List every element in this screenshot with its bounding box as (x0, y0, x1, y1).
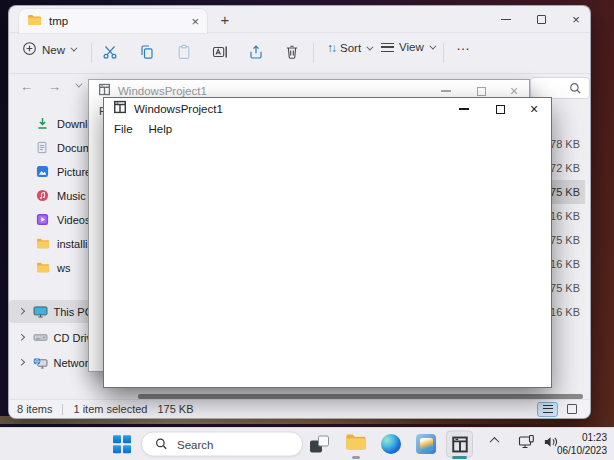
explorer-status-bar: 8 items 1 item selected 175 KB (9, 399, 590, 418)
active-app-indicator (452, 456, 467, 459)
maximize-button[interactable] (483, 98, 517, 120)
new-tab-button[interactable]: + (215, 11, 235, 28)
folder-icon (36, 237, 51, 251)
edge-button[interactable] (381, 434, 401, 454)
windowsproject1-taskbar-button[interactable] (446, 431, 473, 458)
folder-icon (36, 261, 51, 275)
copy-button[interactable] (139, 44, 156, 61)
file-explorer-button[interactable] (345, 433, 367, 455)
forward-button[interactable]: → (48, 79, 61, 94)
open-app-indicator (352, 456, 360, 459)
taskbar: Search 01:23 06/10/2023 (0, 427, 614, 460)
cd-drive-icon (33, 331, 48, 345)
desktop: tmp × + × New (0, 0, 614, 460)
windowsproject1-window-front[interactable]: WindowsProject1 × File Help (103, 97, 552, 388)
toolbar-separator (91, 43, 92, 63)
explorer-tab-tmp[interactable]: tmp × (19, 9, 207, 33)
videos-icon (36, 213, 51, 227)
details-view-toggle[interactable] (537, 402, 558, 417)
chevron-down-icon (70, 45, 77, 52)
explorer-maximize-button[interactable] (524, 6, 558, 32)
photos-button[interactable] (416, 434, 436, 454)
new-button-label: New (42, 44, 65, 56)
explorer-search-box[interactable] (530, 77, 590, 99)
windowsproject1-app-icon (451, 435, 469, 453)
sort-arrows-icon: ↑↓ (327, 41, 335, 55)
new-button[interactable]: New (22, 41, 75, 58)
horizontal-scrollbar[interactable] (138, 394, 583, 399)
back-button[interactable]: ← (20, 79, 33, 94)
folder-icon (345, 433, 367, 451)
details-view-icon (543, 405, 553, 413)
network-tray-button[interactable] (518, 434, 535, 454)
menu-help[interactable]: Help (149, 123, 173, 135)
new-plus-icon (22, 41, 37, 58)
pictures-icon (36, 165, 51, 179)
photos-icon (416, 434, 436, 454)
chevron-right-icon (18, 308, 24, 314)
task-view-icon (310, 436, 329, 453)
taskbar-search[interactable]: Search (141, 432, 303, 457)
chevron-right-icon (18, 359, 24, 365)
tab-close-icon[interactable]: × (191, 15, 199, 28)
chevron-down-icon (429, 42, 436, 49)
chevron-up-icon (490, 437, 500, 447)
delete-button[interactable] (284, 44, 301, 61)
chevron-down-icon (366, 43, 373, 50)
sort-button-label: Sort (340, 42, 361, 54)
search-icon (155, 438, 168, 451)
tab-title: tmp (49, 15, 184, 27)
recent-locations-chevron[interactable] (75, 81, 82, 88)
cut-button[interactable] (102, 44, 119, 61)
toolbar-separator (313, 43, 314, 63)
explorer-toolbar: New ↑↓ So (9, 33, 590, 74)
title-bar[interactable]: WindowsProject1 × (104, 98, 551, 120)
app-icon (113, 100, 127, 118)
view-button-label: View (399, 41, 424, 53)
minimize-button[interactable] (447, 98, 481, 120)
rename-button[interactable] (212, 44, 229, 61)
client-area (104, 138, 551, 387)
this-pc-icon (33, 305, 48, 319)
edge-icon (381, 434, 401, 454)
clock-time: 01:23 (557, 432, 607, 445)
paste-button[interactable] (176, 44, 193, 61)
selection-count: 1 item selected (73, 403, 147, 415)
music-icon (36, 189, 51, 203)
search-icon (569, 82, 582, 95)
menu-file[interactable]: File (114, 123, 133, 135)
explorer-tab-strip: tmp × + × (9, 6, 590, 33)
windows-logo-icon (113, 435, 131, 453)
task-view-button[interactable] (310, 436, 329, 453)
items-count: 8 items (17, 403, 52, 415)
large-icons-view-toggle[interactable] (561, 402, 582, 417)
explorer-minimize-button[interactable] (489, 6, 523, 32)
network-tray-icon (518, 434, 535, 450)
search-label: Search (177, 438, 213, 450)
sort-button[interactable]: ↑↓ Sort (327, 41, 371, 55)
view-lines-icon (381, 43, 394, 52)
explorer-close-button[interactable]: × (559, 6, 591, 32)
share-button[interactable] (248, 44, 265, 61)
documents-icon (36, 141, 51, 155)
toolbar-separator (443, 43, 444, 63)
folder-icon (27, 12, 42, 30)
more-options-button[interactable]: … (456, 37, 471, 53)
large-icons-view-icon (567, 404, 577, 414)
close-button[interactable]: × (517, 98, 551, 120)
window-title: WindowsProject1 (118, 85, 207, 97)
chevron-right-icon (18, 334, 24, 340)
clock-date: 06/10/2023 (557, 444, 607, 457)
start-button[interactable] (113, 435, 131, 453)
selection-size: 175 KB (157, 403, 193, 415)
status-separator (62, 404, 63, 415)
network-icon (33, 356, 48, 370)
view-button[interactable]: View (381, 41, 434, 53)
window-title: WindowsProject1 (134, 103, 223, 115)
taskbar-clock[interactable]: 01:23 06/10/2023 (557, 432, 607, 457)
downloads-icon (36, 117, 51, 131)
menu-bar: File Help (104, 120, 551, 138)
tray-chevron-button[interactable] (491, 441, 498, 448)
